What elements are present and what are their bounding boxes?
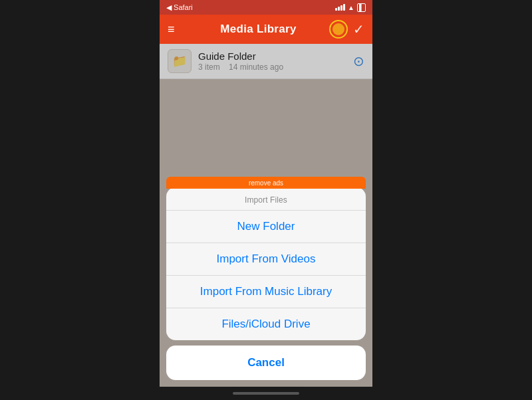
battery-icon: ▌ (357, 3, 366, 12)
cancel-sheet: Cancel (166, 346, 366, 380)
content-area: 📁 Guide Folder 3 item 14 minutes ago ⊙ r… (160, 44, 372, 387)
home-bar (233, 392, 299, 395)
import-videos-button[interactable]: Import From Videos (166, 243, 366, 275)
files-icloud-button[interactable]: Files/iCloud Drive (166, 308, 366, 340)
action-sheet-main: Import Files New Folder Import From Vide… (166, 187, 366, 340)
new-folder-button[interactable]: New Folder (166, 211, 366, 243)
status-bar: ◀ Safari ▲ ▌ (160, 0, 372, 15)
signal-icon (335, 4, 345, 11)
record-button[interactable] (329, 20, 348, 39)
import-music-button[interactable]: Import From Music Library (166, 276, 366, 308)
action-sheet-overlay: remove ads Import Files New Folder Impor… (160, 44, 372, 387)
status-bar-right: ▲ ▌ (335, 3, 366, 12)
nav-bar: ≡ Media Library ✓ (160, 15, 372, 44)
check-icon[interactable]: ✓ (353, 21, 364, 37)
record-icon (332, 23, 344, 35)
cancel-button[interactable]: Cancel (166, 346, 366, 380)
safari-back-label[interactable]: ◀ Safari (166, 3, 193, 12)
nav-title: Media Library (220, 23, 296, 36)
action-sheet: remove ads Import Files New Folder Impor… (160, 177, 372, 387)
action-sheet-title: Import Files (166, 187, 366, 210)
phone-frame: ◀ Safari ▲ ▌ ≡ Media Library ✓ (160, 0, 372, 400)
sort-icon[interactable]: ≡ (168, 23, 188, 37)
ads-banner: remove ads (166, 177, 366, 189)
home-indicator (160, 387, 372, 400)
nav-right-icons: ✓ (329, 20, 364, 39)
status-bar-left: ◀ Safari (166, 3, 193, 12)
ads-label: remove ads (249, 179, 283, 187)
wifi-icon: ▲ (348, 4, 354, 11)
